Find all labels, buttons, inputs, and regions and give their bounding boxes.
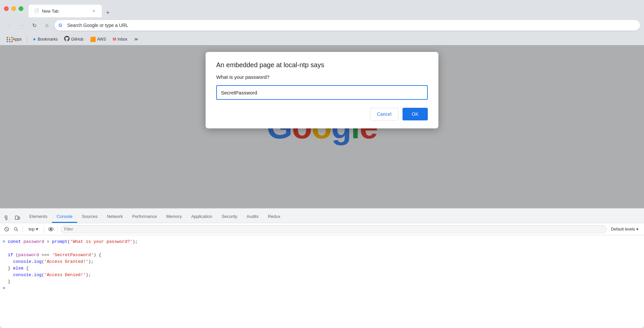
code-line-2: if (password === 'SecretPassword') { <box>3 252 641 258</box>
google-icon: G <box>59 22 65 28</box>
home-button[interactable]: ⌂ <box>42 20 52 30</box>
tab-application[interactable]: Application <box>187 211 217 223</box>
code-line-prompt: > <box>3 285 641 292</box>
default-levels-label: Default levels <box>611 227 635 232</box>
inbox-label: Inbox <box>117 37 127 42</box>
tab-audits[interactable]: Audits <box>242 211 263 223</box>
svg-line-7 <box>6 228 8 230</box>
reload-button[interactable]: ↻ <box>29 20 39 30</box>
tab-sources[interactable]: Sources <box>77 211 102 223</box>
code-line-blank <box>3 245 641 252</box>
reload-icon: ↻ <box>32 22 37 29</box>
tab-favicon: 📄 <box>34 8 39 14</box>
bookmark-aws[interactable]: 🟧 AWS <box>87 35 109 43</box>
dialog-buttons: Cancel OK <box>216 108 428 120</box>
code-line-3: console.log('Access Granted!'); <box>3 258 641 265</box>
dialog-prompt-text: What is your password? <box>216 74 428 80</box>
bookmark-bookmarks[interactable]: ★ Bookmarks <box>30 36 60 43</box>
levels-dropdown-icon: ▾ <box>636 227 638 232</box>
inspect-element-icon[interactable] <box>3 214 12 223</box>
github-icon <box>64 36 70 42</box>
devtools-toolbar-icons <box>3 214 25 223</box>
page-content: Google An embedded page at local-ntp say… <box>0 45 644 208</box>
default-levels-dropdown[interactable]: Default levels ▾ <box>608 226 641 233</box>
context-label: top <box>29 227 35 232</box>
tab-elements[interactable]: Elements <box>25 211 52 223</box>
active-tab[interactable]: 📄 New Tab × <box>29 5 102 17</box>
code-block: > const password = prompt('What is your … <box>0 237 644 294</box>
tab-close-button[interactable]: × <box>91 8 96 14</box>
device-toolbar-icon[interactable] <box>13 214 22 223</box>
aws-label: AWS <box>97 37 106 42</box>
toolbar-divider-2 <box>44 226 44 233</box>
dialog-cancel-button[interactable]: Cancel <box>370 108 399 120</box>
bookmark-inbox[interactable]: M Inbox <box>110 35 130 43</box>
tab-performance[interactable]: Performance <box>127 211 161 223</box>
maximize-window-button[interactable] <box>19 6 23 11</box>
toolbar-divider-3 <box>58 226 58 233</box>
bookmark-github[interactable]: GitHub <box>62 35 86 44</box>
nav-bar: ← → ↻ ⌂ G Search Google or type a URL <box>0 17 644 33</box>
bookmarks-bar: Apps ★ Bookmarks GitHub 🟧 AWS M Inbox ≫ <box>0 33 644 45</box>
tab-redux[interactable]: Redux <box>263 211 285 223</box>
tab-security[interactable]: Security <box>217 211 242 223</box>
code-line-5: console.log('Access Denied!'); <box>3 272 641 278</box>
dialog-password-input[interactable] <box>216 85 428 100</box>
new-tab-button[interactable]: + <box>103 8 112 17</box>
tab-memory[interactable]: Memory <box>162 211 187 223</box>
filter-icon[interactable] <box>12 225 20 233</box>
tab-console[interactable]: Console <box>52 211 77 223</box>
context-dropdown-icon: ▾ <box>36 227 38 232</box>
back-button[interactable]: ← <box>4 20 14 30</box>
code-line-1: > const password = prompt('What is your … <box>3 239 641 245</box>
dialog-overlay: An embedded page at local-ntp says What … <box>0 45 644 208</box>
bottom-prompt: > <box>3 286 5 291</box>
bookmarks-separator <box>27 36 27 43</box>
svg-rect-4 <box>15 216 18 220</box>
input-prompt: > <box>3 239 8 244</box>
title-bar: 📄 New Tab × + <box>0 0 644 17</box>
tab-title: New Tab <box>42 9 88 14</box>
back-icon: ← <box>6 22 12 28</box>
aws-icon: 🟧 <box>90 37 96 42</box>
dialog-ok-button[interactable]: OK <box>402 108 428 120</box>
address-bar[interactable]: G Search Google or type a URL <box>55 20 640 31</box>
bookmark-apps[interactable]: Apps <box>4 36 24 43</box>
bookmark-more[interactable]: ≫ <box>131 36 141 43</box>
tab-bar: 📄 New Tab × + <box>29 0 640 17</box>
forward-icon: → <box>19 22 24 28</box>
svg-line-9 <box>17 230 18 231</box>
apps-label: Apps <box>13 37 22 42</box>
more-bookmarks-icon: ≫ <box>134 37 138 42</box>
svg-rect-5 <box>18 217 20 219</box>
context-selector[interactable]: top ▾ <box>26 226 41 233</box>
console-toolbar: top ▾ Default levels ▾ <box>0 223 644 235</box>
close-window-button[interactable] <box>4 6 9 11</box>
apps-grid-icon <box>7 37 11 42</box>
toolbar-divider <box>23 226 23 233</box>
tab-network[interactable]: Network <box>102 211 128 223</box>
forward-button[interactable]: → <box>17 20 27 30</box>
github-label: GitHub <box>71 37 83 42</box>
svg-point-11 <box>50 228 52 230</box>
dialog-title: An embedded page at local-ntp says <box>216 61 428 69</box>
inbox-icon: M <box>113 37 116 42</box>
bookmarks-star-icon: ★ <box>33 37 36 42</box>
prompt-dialog: An embedded page at local-ntp says What … <box>206 52 438 128</box>
minimize-window-button[interactable] <box>11 6 16 11</box>
content-area: Google An embedded page at local-ntp say… <box>0 45 644 328</box>
devtools-tabs: Elements Console Sources Network Perform… <box>0 209 644 223</box>
code-line-6: } <box>3 278 641 285</box>
bookmarks-label: Bookmarks <box>38 37 58 42</box>
address-text: Search Google or type a URL <box>67 23 636 28</box>
svg-rect-1 <box>5 216 7 218</box>
clear-console-icon[interactable] <box>3 225 11 233</box>
console-output: > const password = prompt('What is your … <box>0 235 644 328</box>
eye-icon[interactable] <box>47 225 55 233</box>
svg-point-8 <box>14 228 17 230</box>
devtools-panel: Elements Console Sources Network Perform… <box>0 208 644 328</box>
traffic-lights <box>4 6 23 11</box>
home-icon: ⌂ <box>45 22 49 28</box>
console-filter-input[interactable] <box>61 225 607 233</box>
code-line-4: } else { <box>3 265 641 272</box>
